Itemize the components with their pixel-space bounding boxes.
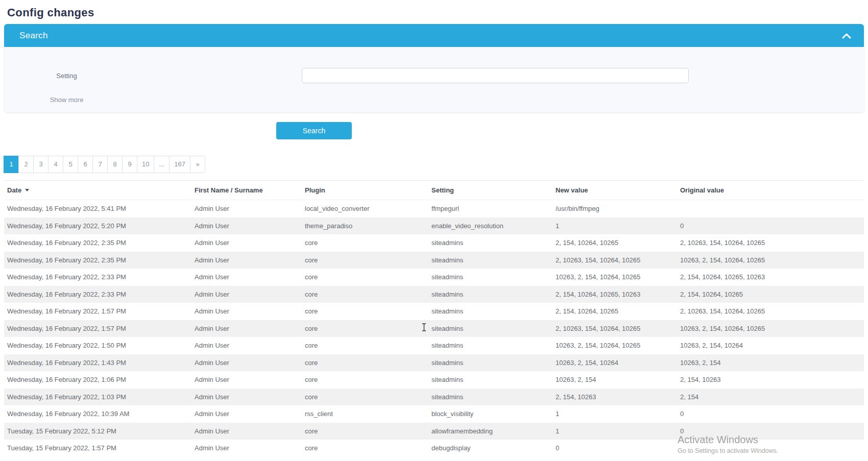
cell-plugin: core bbox=[302, 423, 428, 440]
column-header-date[interactable]: Date bbox=[4, 181, 191, 200]
cell-setting: siteadmins bbox=[428, 252, 552, 269]
column-header-setting[interactable]: Setting bbox=[428, 181, 552, 200]
cell-original-value: 2, 10263, 154, 10264, 10265 bbox=[677, 303, 864, 320]
page-link[interactable]: » bbox=[190, 156, 205, 173]
cell-name: Admin User bbox=[191, 286, 302, 303]
cell-plugin: core bbox=[302, 269, 428, 286]
page-link[interactable]: 2 bbox=[18, 156, 34, 173]
page-link[interactable]: 7 bbox=[92, 156, 108, 173]
page-link[interactable]: 10 bbox=[137, 156, 154, 173]
cell-date: Wednesday, 16 February 2022, 1:50 PM bbox=[4, 337, 191, 354]
search-panel-body: Setting Show more bbox=[4, 47, 864, 112]
cell-date: Wednesday, 16 February 2022, 1:06 PM bbox=[4, 371, 191, 389]
cell-new-value: 10263, 2, 154, 10264, 10265 bbox=[552, 337, 677, 354]
cell-new-value: 10263, 2, 154, 10264, 10265 bbox=[552, 269, 677, 286]
cell-new-value: 10263, 2, 154 bbox=[552, 371, 677, 389]
cell-setting: siteadmins bbox=[428, 269, 552, 286]
cell-name: Admin User bbox=[191, 371, 302, 389]
search-button[interactable]: Search bbox=[276, 122, 352, 139]
cell-plugin: core bbox=[302, 286, 428, 303]
table-row: Wednesday, 16 February 2022, 2:35 PM Adm… bbox=[4, 252, 864, 269]
cell-name: Admin User bbox=[191, 405, 302, 423]
cell-setting: siteadmins bbox=[428, 354, 552, 372]
cell-original-value: 2, 154, 10263 bbox=[677, 371, 864, 389]
table-row: Tuesday, 15 February 2022, 1:57 PM Admin… bbox=[4, 440, 864, 457]
column-header-new-value[interactable]: New value bbox=[552, 181, 677, 200]
pagination-page: 8 bbox=[107, 156, 123, 173]
column-header-plugin[interactable]: Plugin bbox=[302, 181, 428, 200]
cell-original-value: 2, 154, 10264, 10265 bbox=[677, 286, 864, 303]
page-link[interactable]: 8 bbox=[107, 156, 123, 173]
cell-date: Wednesday, 16 February 2022, 5:20 PM bbox=[4, 217, 191, 235]
table-row: Tuesday, 15 February 2022, 5:12 PM Admin… bbox=[4, 423, 864, 440]
table-header-row: Date First Name / Surname Plugin Setting… bbox=[4, 181, 864, 200]
cell-date: Wednesday, 16 February 2022, 1:03 PM bbox=[4, 389, 191, 406]
page-link[interactable]: ... bbox=[154, 156, 170, 173]
cell-name: Admin User bbox=[191, 303, 302, 320]
pagination-page: 5 bbox=[63, 156, 78, 173]
cell-new-value: 10263, 2, 154, 10264 bbox=[552, 354, 677, 372]
cell-setting: siteadmins bbox=[428, 389, 552, 406]
table-row: Wednesday, 16 February 2022, 1:43 PM Adm… bbox=[4, 354, 864, 372]
cell-plugin: core bbox=[302, 389, 428, 406]
cell-original-value: 0 bbox=[677, 217, 864, 235]
page-link[interactable]: 4 bbox=[48, 156, 63, 173]
table-row: Wednesday, 16 February 2022, 1:50 PM Adm… bbox=[4, 337, 864, 354]
table-row: Wednesday, 16 February 2022, 1:03 PM Adm… bbox=[4, 389, 864, 406]
cell-new-value: 2, 154, 10263 bbox=[552, 389, 677, 406]
cell-date: Wednesday, 16 February 2022, 5:41 PM bbox=[4, 200, 191, 217]
cell-plugin: theme_paradiso bbox=[302, 217, 428, 235]
cell-setting: siteadmins bbox=[428, 286, 552, 303]
table-row: Wednesday, 16 February 2022, 10:39 AM Ad… bbox=[4, 405, 864, 423]
search-panel-header[interactable]: Search bbox=[4, 24, 864, 47]
config-changes-table: Date First Name / Surname Plugin Setting… bbox=[4, 180, 864, 457]
page-link[interactable]: 167 bbox=[169, 156, 190, 173]
column-header-original-value[interactable]: Original value bbox=[677, 181, 864, 200]
pagination-page: ... bbox=[154, 156, 170, 173]
setting-input[interactable] bbox=[302, 68, 689, 83]
cell-new-value: 1 bbox=[552, 405, 677, 423]
cell-setting: siteadmins bbox=[428, 320, 552, 337]
page-link[interactable]: 5 bbox=[63, 156, 78, 173]
cell-setting: block_visibility bbox=[428, 405, 552, 423]
cell-name: Admin User bbox=[191, 440, 302, 457]
show-more-link[interactable]: Show more bbox=[4, 96, 129, 104]
cell-date: Wednesday, 16 February 2022, 2:33 PM bbox=[4, 286, 191, 303]
cell-original-value bbox=[677, 200, 864, 217]
pagination-page: 6 bbox=[78, 156, 93, 173]
page-link[interactable]: 3 bbox=[33, 156, 49, 173]
page-link[interactable]: 6 bbox=[78, 156, 93, 173]
pagination-page: 3 bbox=[33, 156, 49, 173]
cell-new-value: 1 bbox=[552, 423, 677, 440]
cell-plugin: core bbox=[302, 337, 428, 354]
table-row: Wednesday, 16 February 2022, 2:35 PM Adm… bbox=[4, 234, 864, 252]
cell-plugin: core bbox=[302, 440, 428, 457]
cell-date: Tuesday, 15 February 2022, 5:12 PM bbox=[4, 423, 191, 440]
pagination-page: 7 bbox=[92, 156, 108, 173]
cell-plugin: core bbox=[302, 234, 428, 252]
cell-plugin: core bbox=[302, 371, 428, 389]
column-header-name[interactable]: First Name / Surname bbox=[191, 181, 302, 200]
search-panel-title: Search bbox=[19, 31, 48, 41]
cell-name: Admin User bbox=[191, 389, 302, 406]
cell-setting: siteadmins bbox=[428, 337, 552, 354]
cell-date: Wednesday, 16 February 2022, 10:39 AM bbox=[4, 405, 191, 423]
cell-name: Admin User bbox=[191, 234, 302, 252]
cell-setting: debugdisplay bbox=[428, 440, 552, 457]
page-link[interactable]: 9 bbox=[122, 156, 137, 173]
cell-original-value: 2, 154 bbox=[677, 389, 864, 406]
cell-name: Admin User bbox=[191, 354, 302, 372]
cell-setting: siteadmins bbox=[428, 371, 552, 389]
pagination: 1 2 3 4 5 6 7 8 9 10 bbox=[4, 156, 868, 173]
page-title: Config changes bbox=[7, 6, 868, 19]
cell-original-value: 10263, 2, 154, 10264, 10265 bbox=[677, 320, 864, 337]
config-table-body: Wednesday, 16 February 2022, 5:41 PM Adm… bbox=[4, 200, 864, 457]
cell-new-value: 2, 154, 10264, 10265 bbox=[552, 303, 677, 320]
cell-original-value: 0 bbox=[677, 405, 864, 423]
cell-plugin: local_video_converter bbox=[302, 200, 428, 217]
cell-plugin: core bbox=[302, 354, 428, 372]
chevron-up-icon[interactable] bbox=[841, 32, 852, 39]
page-link[interactable]: 1 bbox=[4, 156, 19, 173]
cell-date: Tuesday, 15 February 2022, 1:57 PM bbox=[4, 440, 191, 457]
pagination-page: 10 bbox=[137, 156, 154, 173]
